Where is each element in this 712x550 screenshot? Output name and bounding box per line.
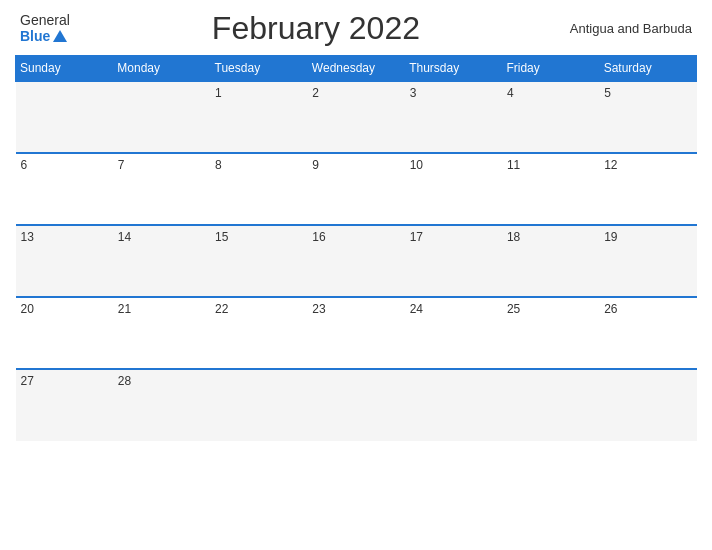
calendar-day xyxy=(307,369,404,441)
calendar-day: 11 xyxy=(502,153,599,225)
calendar-day: 28 xyxy=(113,369,210,441)
calendar-day: 6 xyxy=(16,153,113,225)
calendar-day: 24 xyxy=(405,297,502,369)
logo-triangle-icon xyxy=(53,30,67,42)
calendar-day: 14 xyxy=(113,225,210,297)
header-tuesday: Tuesday xyxy=(210,56,307,82)
calendar-day xyxy=(16,81,113,153)
day-number: 16 xyxy=(312,230,325,244)
month-title: February 2022 xyxy=(70,10,562,47)
calendar-day: 2 xyxy=(307,81,404,153)
header-wednesday: Wednesday xyxy=(307,56,404,82)
day-number: 1 xyxy=(215,86,222,100)
day-number: 14 xyxy=(118,230,131,244)
header-friday: Friday xyxy=(502,56,599,82)
country-name: Antigua and Barbuda xyxy=(562,21,692,36)
logo-general-text: General xyxy=(20,13,70,28)
calendar-day: 10 xyxy=(405,153,502,225)
day-number: 13 xyxy=(21,230,34,244)
weekday-header-row: Sunday Monday Tuesday Wednesday Thursday… xyxy=(16,56,697,82)
day-number: 12 xyxy=(604,158,617,172)
day-number: 5 xyxy=(604,86,611,100)
header-thursday: Thursday xyxy=(405,56,502,82)
day-number: 25 xyxy=(507,302,520,316)
header-saturday: Saturday xyxy=(599,56,696,82)
day-number: 24 xyxy=(410,302,423,316)
calendar-day xyxy=(599,369,696,441)
day-number: 2 xyxy=(312,86,319,100)
day-number: 17 xyxy=(410,230,423,244)
calendar-day: 26 xyxy=(599,297,696,369)
calendar-day: 17 xyxy=(405,225,502,297)
calendar-day: 3 xyxy=(405,81,502,153)
calendar-week-5: 2728 xyxy=(16,369,697,441)
calendar-day xyxy=(210,369,307,441)
day-number: 21 xyxy=(118,302,131,316)
day-number: 18 xyxy=(507,230,520,244)
calendar-day: 27 xyxy=(16,369,113,441)
calendar-day xyxy=(113,81,210,153)
calendar-day: 1 xyxy=(210,81,307,153)
calendar-table: Sunday Monday Tuesday Wednesday Thursday… xyxy=(15,55,697,441)
header-sunday: Sunday xyxy=(16,56,113,82)
calendar-week-4: 20212223242526 xyxy=(16,297,697,369)
calendar-day: 8 xyxy=(210,153,307,225)
calendar-day: 5 xyxy=(599,81,696,153)
calendar-day: 21 xyxy=(113,297,210,369)
day-number: 22 xyxy=(215,302,228,316)
calendar-day: 15 xyxy=(210,225,307,297)
calendar-day: 23 xyxy=(307,297,404,369)
calendar-week-2: 6789101112 xyxy=(16,153,697,225)
calendar-day: 4 xyxy=(502,81,599,153)
day-number: 26 xyxy=(604,302,617,316)
calendar-day xyxy=(502,369,599,441)
day-number: 11 xyxy=(507,158,520,172)
day-number: 4 xyxy=(507,86,514,100)
day-number: 9 xyxy=(312,158,319,172)
day-number: 10 xyxy=(410,158,423,172)
day-number: 8 xyxy=(215,158,222,172)
calendar-week-1: 12345 xyxy=(16,81,697,153)
calendar-day: 7 xyxy=(113,153,210,225)
day-number: 6 xyxy=(21,158,28,172)
logo-blue-text: Blue xyxy=(20,29,67,44)
calendar-header: General Blue February 2022 Antigua and B… xyxy=(15,10,697,47)
header-monday: Monday xyxy=(113,56,210,82)
calendar-day: 16 xyxy=(307,225,404,297)
calendar-day: 12 xyxy=(599,153,696,225)
calendar-day: 9 xyxy=(307,153,404,225)
day-number: 19 xyxy=(604,230,617,244)
calendar-day xyxy=(405,369,502,441)
calendar-day: 20 xyxy=(16,297,113,369)
day-number: 20 xyxy=(21,302,34,316)
calendar-day: 18 xyxy=(502,225,599,297)
day-number: 23 xyxy=(312,302,325,316)
calendar-day: 13 xyxy=(16,225,113,297)
logo: General Blue xyxy=(20,13,70,44)
day-number: 27 xyxy=(21,374,34,388)
calendar-day: 19 xyxy=(599,225,696,297)
day-number: 15 xyxy=(215,230,228,244)
calendar-week-3: 13141516171819 xyxy=(16,225,697,297)
day-number: 7 xyxy=(118,158,125,172)
calendar-day: 22 xyxy=(210,297,307,369)
calendar-day: 25 xyxy=(502,297,599,369)
day-number: 28 xyxy=(118,374,131,388)
day-number: 3 xyxy=(410,86,417,100)
calendar-container: General Blue February 2022 Antigua and B… xyxy=(0,0,712,550)
